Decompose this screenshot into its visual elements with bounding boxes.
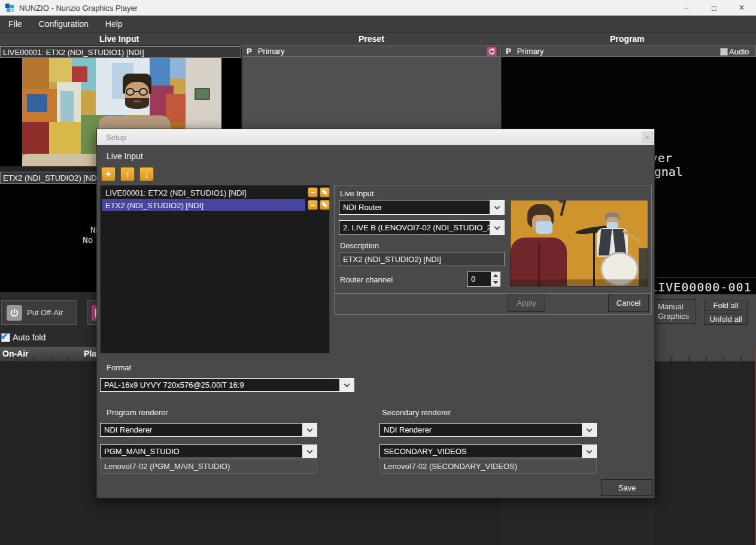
column-program: Program	[610, 34, 645, 44]
auto-fold-checkbox[interactable]: ✔	[1, 333, 10, 342]
person-beard	[125, 98, 149, 109]
format-value: PAL-16x9 UYVY 720x576@25.00iT 16:9	[101, 379, 339, 391]
window-title: NUNZIO - Nunzio Graphics Player	[19, 4, 138, 13]
audio-control[interactable]: Audio	[720, 47, 749, 56]
chevron-down-icon[interactable]	[339, 379, 354, 391]
chevron-down-icon[interactable]	[302, 445, 317, 458]
chevron-down-icon[interactable]	[490, 200, 504, 214]
add-input-button[interactable]: +	[101, 167, 116, 181]
close-button[interactable]: ×	[728, 0, 755, 16]
mural-tile	[170, 58, 186, 78]
auto-fold-label: Auto fold	[13, 333, 45, 342]
glasses-right	[139, 88, 148, 96]
live-input-list: LIVE00001: ETX2 (NDI_STUDIO1) [NDI] − ✎ …	[100, 185, 330, 354]
mural-tile	[22, 122, 49, 154]
program-renderer-type-select[interactable]: NDI Renderer	[100, 423, 317, 437]
input-preview-video	[510, 200, 648, 287]
spin-up-button[interactable]	[491, 272, 500, 279]
cymbal-stand	[593, 232, 595, 287]
move-up-button[interactable]: ↑	[120, 167, 135, 181]
column-headers: Live Input Preset Program	[0, 33, 756, 45]
apply-button[interactable]: Apply	[508, 294, 545, 312]
singer-mask	[536, 221, 552, 234]
setup-section-label: Live Input	[107, 151, 143, 161]
mural-tile	[49, 122, 81, 154]
app-icon-tile	[7, 8, 10, 12]
check-icon: ✔	[0, 330, 9, 343]
app-icon	[5, 3, 14, 13]
maximize-button[interactable]: □	[700, 0, 728, 16]
arrow-up-icon: ↑	[125, 169, 130, 179]
manual-graphics-button[interactable]: Manual Graphics	[654, 299, 696, 324]
input-type-select[interactable]: NDI Router	[339, 200, 505, 215]
save-button[interactable]: Save	[601, 479, 653, 496]
preset-name: Primary	[258, 47, 285, 56]
chevron-down-icon[interactable]	[582, 424, 596, 436]
router-channel-label: Router channel	[340, 275, 393, 284]
minimize-button[interactable]: −	[673, 0, 700, 16]
preset-header-bar: P Primary	[242, 45, 501, 57]
program-renderer-type-value: NDI Renderer	[101, 424, 302, 436]
remove-input-button[interactable]: −	[308, 187, 318, 197]
program-renderer-output-value: PGM_MAIN_STUDIO	[101, 445, 302, 458]
chevron-down-icon[interactable]	[582, 445, 596, 458]
person-mouth	[133, 101, 141, 102]
put-offair-button[interactable]: Put Off-Air	[1, 300, 77, 325]
plus-icon: +	[105, 168, 111, 180]
secondary-renderer-type-select[interactable]: NDI Renderer	[379, 423, 597, 437]
glasses-bridge	[135, 91, 139, 92]
setup-dialog-titlebar: Setup ×	[97, 129, 654, 145]
preset-reset-button[interactable]	[487, 47, 497, 56]
input-type-value: NDI Router	[339, 200, 490, 214]
menubar: File Configuration Help	[0, 16, 756, 33]
app-icon-tile	[10, 5, 14, 8]
titlebar: NUNZIO - Nunzio Graphics Player − □ ×	[0, 0, 756, 16]
router-channel-spinner[interactable]: 0	[467, 272, 500, 287]
remove-input-button[interactable]: −	[308, 200, 318, 210]
setup-close-button[interactable]: ×	[642, 132, 653, 143]
list-item-selected[interactable]: ETX2 (NDI_STUDIO2) [NDI]	[102, 199, 305, 211]
auto-fold-control[interactable]: ✔ Auto fold	[1, 333, 45, 342]
input-source-select[interactable]: 2. LIVE B (LENOVOI7-02 (NDI_STUDIO_2))	[339, 220, 505, 235]
program-renderer-resolved-value: LenovoI7-02 (PGM_MAIN_STUDIO)	[104, 462, 230, 471]
mural-tile	[150, 58, 170, 86]
program-playlist-body	[655, 361, 756, 545]
mural-tile	[27, 94, 47, 112]
mural-tile	[60, 91, 74, 122]
arrow-down-icon: ↓	[144, 169, 149, 179]
unfold-all-button[interactable]: Unfold all	[704, 313, 748, 325]
program-renderer-label: Program renderer	[107, 408, 168, 417]
live-input-1-label: LIVE00001: ETX2 (NDI_STUDIO1) [NDI]	[3, 48, 144, 57]
secondary-renderer-label: Secondary renderer	[382, 408, 451, 417]
unfold-all-label: Unfold all	[709, 315, 742, 324]
fold-all-button[interactable]: Fold all	[704, 300, 748, 311]
description-value: ETX2 (NDI_STUDIO2) [NDI]	[343, 255, 441, 264]
spin-down-button[interactable]	[491, 279, 500, 286]
put-offair-label: Put Off-Air	[27, 308, 63, 317]
menu-configuration[interactable]: Configuration	[31, 19, 97, 29]
menu-file[interactable]: File	[0, 19, 31, 29]
description-field[interactable]: ETX2 (NDI_STUDIO2) [NDI]	[339, 252, 505, 266]
program-renderer-output-select[interactable]: PGM_MAIN_STUDIO	[100, 444, 317, 458]
format-label: Format	[107, 363, 131, 372]
secondary-renderer-output-select[interactable]: SECONDARY_VIDEOS	[379, 444, 597, 458]
mural-tile	[49, 58, 72, 82]
pencil-icon: ✎	[321, 201, 327, 209]
manual-graphics-label: Manual Graphics	[658, 302, 695, 321]
list-item[interactable]: LIVE00001: ETX2 (NDI_STUDIO1) [NDI]	[102, 187, 305, 199]
secondary-renderer-resolved: LenovoI7-02 (SECONDARY_VIDEOS)	[379, 459, 597, 474]
edit-input-button[interactable]: ✎	[320, 200, 330, 210]
cancel-button[interactable]: Cancel	[608, 294, 649, 312]
menu-help[interactable]: Help	[97, 19, 131, 29]
audio-checkbox[interactable]	[720, 48, 728, 56]
chevron-down-icon[interactable]	[490, 221, 504, 235]
move-down-button[interactable]: ↓	[139, 167, 154, 181]
apply-label: Apply	[517, 299, 536, 307]
floor-shadow	[511, 279, 648, 287]
fold-all-label: Fold all	[714, 301, 739, 310]
format-select[interactable]: PAL-16x9 UYVY 720x576@25.00iT 16:9	[100, 378, 354, 392]
setup-dialog-title: Setup	[106, 133, 126, 142]
audio-label: Audio	[729, 47, 749, 56]
chevron-down-icon[interactable]	[302, 424, 317, 436]
edit-input-button[interactable]: ✎	[320, 187, 330, 197]
